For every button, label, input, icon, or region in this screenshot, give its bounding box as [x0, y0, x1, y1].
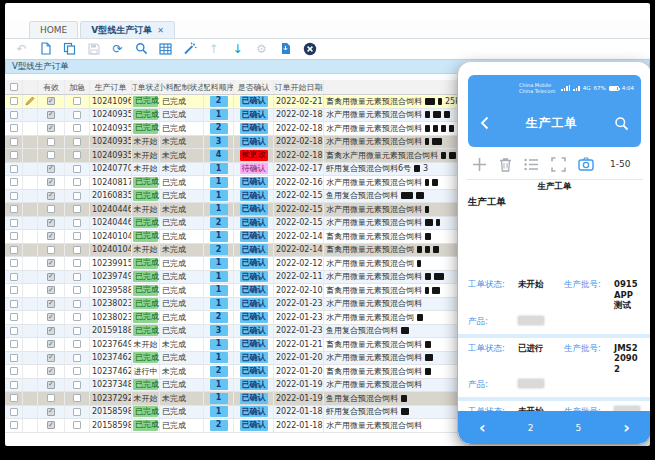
urgent-checkbox[interactable] — [73, 246, 81, 254]
valid-checkbox[interactable] — [47, 394, 55, 402]
row-checkbox[interactable] — [10, 354, 18, 362]
urgent-checkbox[interactable] — [73, 192, 81, 200]
new-document-button[interactable] — [38, 41, 53, 56]
valid-checkbox[interactable]: ✓ — [47, 165, 55, 173]
move-up-button[interactable]: ↑ — [206, 41, 221, 56]
valid-checkbox[interactable]: ✓ — [47, 354, 55, 362]
row-checkbox[interactable] — [10, 421, 18, 429]
valid-checkbox[interactable]: ✓ — [47, 259, 55, 267]
valid-checkbox[interactable]: ✓ — [47, 408, 55, 416]
header-valid[interactable]: 有效 — [38, 80, 65, 94]
row-checkbox[interactable] — [10, 381, 18, 389]
urgent-checkbox[interactable] — [73, 313, 81, 321]
row-checkbox[interactable] — [10, 219, 18, 227]
valid-checkbox[interactable]: ✓ — [47, 381, 55, 389]
row-checkbox[interactable] — [10, 394, 18, 402]
valid-checkbox[interactable]: ✓ — [47, 286, 55, 294]
valid-checkbox[interactable]: ✓ — [47, 367, 55, 375]
header-start-date[interactable]: 订单开始日期 — [274, 80, 324, 94]
refresh-button[interactable]: ⟳ — [110, 41, 125, 56]
header-order-status[interactable]: 订单状态 — [132, 80, 160, 94]
urgent-checkbox[interactable] — [73, 273, 81, 281]
valid-checkbox[interactable]: ✓ — [47, 192, 55, 200]
row-checkbox[interactable] — [10, 165, 18, 173]
close-window-button[interactable] — [302, 41, 317, 56]
row-checkbox[interactable] — [10, 124, 18, 132]
valid-checkbox[interactable]: ✓ — [47, 178, 55, 186]
valid-checkbox[interactable]: ✓ — [47, 327, 55, 335]
row-checkbox[interactable] — [10, 286, 18, 294]
valid-checkbox[interactable] — [47, 151, 55, 159]
header-confirm[interactable]: 是否确认 — [234, 80, 274, 94]
row-checkbox[interactable] — [10, 111, 18, 119]
phone-search-icon[interactable] — [614, 116, 629, 131]
valid-checkbox[interactable]: ✓ — [47, 111, 55, 119]
delete-trash-icon[interactable] — [499, 157, 512, 172]
urgent-checkbox[interactable] — [73, 124, 81, 132]
row-checkbox[interactable] — [10, 192, 18, 200]
valid-checkbox[interactable]: ✓ — [47, 97, 55, 105]
row-checkbox[interactable] — [10, 246, 18, 254]
valid-checkbox[interactable]: ✓ — [47, 219, 55, 227]
table-view-button[interactable] — [158, 41, 173, 56]
urgent-checkbox[interactable] — [73, 178, 81, 186]
urgent-checkbox[interactable] — [73, 408, 81, 416]
search-button[interactable] — [134, 41, 149, 56]
urgent-checkbox[interactable] — [73, 138, 81, 146]
row-checkbox[interactable] — [10, 97, 18, 105]
page-number-b[interactable]: 5 — [576, 423, 582, 433]
header-batch-seq[interactable]: 配料顺序 — [204, 80, 234, 94]
add-icon[interactable] — [472, 157, 487, 172]
row-checkbox[interactable] — [10, 259, 18, 267]
header-material-status[interactable]: 小料配制状态 — [160, 80, 204, 94]
row-checkbox[interactable] — [10, 232, 18, 240]
urgent-checkbox[interactable] — [73, 151, 81, 159]
urgent-checkbox[interactable] — [73, 111, 81, 119]
urgent-checkbox[interactable] — [73, 394, 81, 402]
urgent-checkbox[interactable] — [73, 205, 81, 213]
valid-checkbox[interactable]: ✓ — [47, 124, 55, 132]
tab-home[interactable]: HOME — [29, 21, 78, 38]
work-order-item[interactable]: 工单状态:未开始生产批号:0915APP测试产品: — [458, 274, 650, 334]
row-checkbox[interactable] — [10, 300, 18, 308]
tab-close-icon[interactable]: ✕ — [157, 26, 164, 35]
urgent-checkbox[interactable] — [73, 327, 81, 335]
row-checkbox[interactable] — [10, 313, 18, 321]
row-checkbox[interactable] — [10, 367, 18, 375]
next-page-chevron-icon[interactable]: › — [623, 420, 630, 436]
valid-checkbox[interactable]: ✓ — [47, 421, 55, 429]
settings-button[interactable]: ⚙ — [254, 41, 269, 56]
valid-checkbox[interactable]: ✓ — [47, 273, 55, 281]
row-checkbox[interactable] — [10, 178, 18, 186]
urgent-checkbox[interactable] — [73, 232, 81, 240]
valid-checkbox[interactable]: ✓ — [47, 313, 55, 321]
valid-checkbox[interactable] — [47, 246, 55, 254]
row-checkbox[interactable] — [10, 138, 18, 146]
urgent-checkbox[interactable] — [73, 97, 81, 105]
row-checkbox[interactable] — [10, 408, 18, 416]
valid-checkbox[interactable] — [47, 138, 55, 146]
urgent-checkbox[interactable] — [73, 354, 81, 362]
page-number-a[interactable]: 2 — [528, 423, 534, 433]
urgent-checkbox[interactable] — [73, 421, 81, 429]
camera-icon[interactable] — [578, 157, 594, 171]
scan-frame-icon[interactable] — [551, 157, 566, 172]
urgent-checkbox[interactable] — [73, 286, 81, 294]
valid-checkbox[interactable]: ✓ — [47, 300, 55, 308]
urgent-checkbox[interactable] — [73, 219, 81, 227]
urgent-checkbox[interactable] — [73, 165, 81, 173]
header-urgent[interactable]: 加急 — [65, 80, 90, 94]
row-checkbox[interactable] — [10, 205, 18, 213]
list-icon[interactable] — [524, 158, 539, 171]
valid-checkbox[interactable] — [47, 205, 55, 213]
select-all-checkbox[interactable] — [10, 83, 18, 91]
row-checkbox[interactable] — [10, 273, 18, 281]
row-checkbox[interactable] — [10, 151, 18, 159]
urgent-checkbox[interactable] — [73, 259, 81, 267]
urgent-checkbox[interactable] — [73, 300, 81, 308]
row-checkbox[interactable] — [10, 340, 18, 348]
urgent-checkbox[interactable] — [73, 367, 81, 375]
urgent-checkbox[interactable] — [73, 381, 81, 389]
valid-checkbox[interactable]: ✓ — [47, 340, 55, 348]
tab-production-orders[interactable]: V型线生产订单 ✕ — [80, 21, 175, 38]
